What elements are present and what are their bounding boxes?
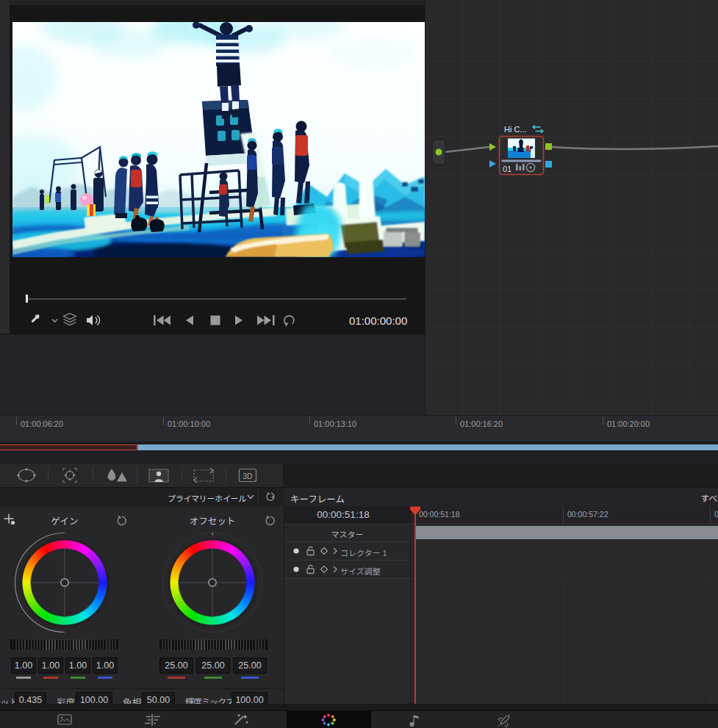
svg-text:3D: 3D: [243, 472, 253, 480]
svg-text:Hi C...: Hi C...: [504, 125, 527, 134]
svg-text:01: 01: [503, 165, 511, 173]
